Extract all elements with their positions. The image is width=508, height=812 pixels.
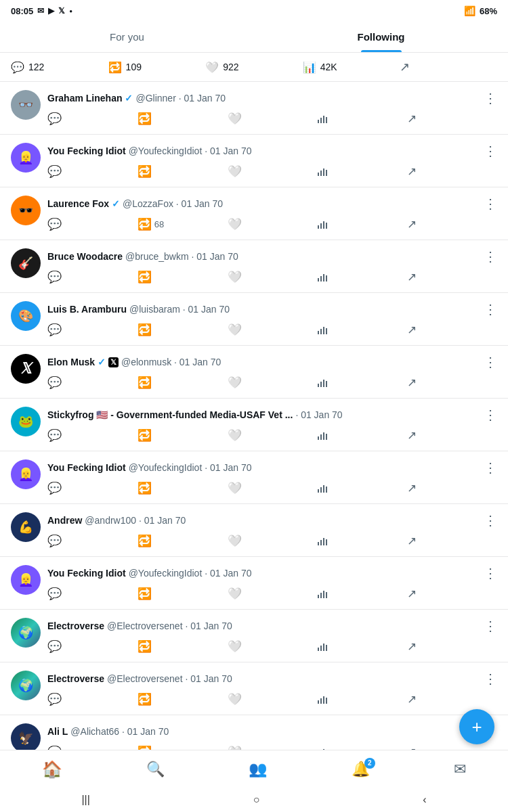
views-button[interactable]	[317, 325, 407, 335]
like-button[interactable]: 🤍	[228, 217, 318, 231]
retweet-button[interactable]: 🔁	[137, 164, 228, 179]
views-button[interactable]	[317, 114, 407, 124]
like-button[interactable]: 🤍	[228, 323, 318, 337]
tweet-more-button[interactable]: ⋮	[484, 618, 497, 634]
reply-button[interactable]: 💬	[47, 217, 137, 231]
share-button[interactable]: ↗	[407, 323, 497, 337]
tweet-item[interactable]: 👱‍♀️You Fecking Idiot@YoufeckingIdiot · …	[0, 135, 508, 187]
tweet-item[interactable]: 👱‍♀️You Fecking Idiot@YoufeckingIdiot · …	[0, 451, 508, 504]
like-stat[interactable]: 🤍 922	[205, 61, 303, 74]
share-button[interactable]: ↗	[407, 692, 497, 706]
views-button[interactable]	[317, 431, 407, 441]
retweet-stat[interactable]: 🔁 109	[108, 61, 206, 74]
views-button[interactable]	[317, 167, 407, 177]
views-button[interactable]	[317, 695, 407, 704]
share-button[interactable]: ↗	[407, 481, 497, 495]
tweet-more-button[interactable]: ⋮	[484, 354, 497, 370]
views-button[interactable]	[317, 484, 407, 493]
tweet-item[interactable]: 🎸Bruce Woodacre@bruce_bwkm · 01 Jan 70⋮💬…	[0, 240, 508, 293]
nav-home[interactable]: 🏠	[42, 760, 62, 779]
tab-following[interactable]: Following	[254, 22, 508, 52]
views-button[interactable]	[317, 273, 407, 282]
compose-button[interactable]: +	[459, 709, 494, 744]
nav-communities[interactable]: 👥	[249, 761, 267, 778]
nav-messages[interactable]: ✉	[454, 761, 466, 778]
tweet-item[interactable]: 🎨Luis B. Aramburu@luisbaram · 01 Jan 70⋮…	[0, 293, 508, 346]
like-button[interactable]: 🤍	[228, 481, 318, 495]
reply-button[interactable]: 💬	[47, 481, 137, 495]
nav-search[interactable]: 🔍	[146, 761, 165, 778]
nav-notifications[interactable]: 🔔 2	[352, 761, 370, 778]
retweet-button[interactable]: 🔁	[137, 639, 228, 654]
tweet-item[interactable]: 𝕏Elon Musk✓𝕏@elonmusk · 01 Jan 70⋮💬🔁🤍↗	[0, 346, 508, 399]
tweet-more-button[interactable]: ⋮	[484, 671, 497, 687]
retweet-button[interactable]: 🔁	[137, 481, 228, 495]
retweet-button[interactable]: 🔁	[137, 587, 228, 601]
tweet-item[interactable]: 🕶️Laurence Fox✓@LozzaFox · 01 Jan 70⋮💬🔁6…	[0, 187, 508, 240]
tweet-item[interactable]: 🐸Stickyfrog 🇺🇸 - Government-funded Media…	[0, 399, 508, 451]
android-recent-button[interactable]: |||	[81, 794, 89, 806]
reply-button[interactable]: 💬	[47, 376, 137, 390]
tweet-more-button[interactable]: ⋮	[484, 196, 497, 212]
retweet-button[interactable]: 🔁68	[137, 217, 228, 231]
views-button[interactable]	[317, 642, 407, 652]
tweet-more-button[interactable]: ⋮	[484, 512, 497, 528]
reply-button[interactable]: 💬	[47, 534, 137, 548]
reply-button[interactable]: 💬	[47, 692, 137, 706]
tweet-more-button[interactable]: ⋮	[484, 248, 497, 265]
share-button[interactable]: ↗	[407, 587, 497, 601]
like-button[interactable]: 🤍	[228, 587, 318, 601]
reply-button[interactable]: 💬	[47, 587, 137, 601]
share-button[interactable]: ↗	[407, 112, 497, 126]
tweet-more-button[interactable]: ⋮	[484, 301, 497, 317]
views-button[interactable]	[317, 537, 407, 546]
share-button[interactable]: ↗	[407, 639, 497, 654]
share-button[interactable]: ↗	[407, 217, 497, 231]
like-button[interactable]: 🤍	[228, 534, 318, 548]
like-button[interactable]: 🤍	[228, 428, 318, 443]
retweet-button[interactable]: 🔁	[137, 112, 228, 126]
retweet-button[interactable]: 🔁	[137, 692, 228, 706]
tab-for-you[interactable]: For you	[0, 22, 254, 52]
share-stat[interactable]: ↗	[400, 60, 497, 74]
tweet-more-button[interactable]: ⋮	[484, 565, 497, 581]
views-button[interactable]	[317, 589, 407, 599]
like-button[interactable]: 🤍	[228, 270, 318, 284]
retweet-button[interactable]: 🔁	[137, 534, 228, 548]
tweet-item[interactable]: 👱‍♀️You Fecking Idiot@YoufeckingIdiot · …	[0, 557, 508, 610]
share-button[interactable]: ↗	[407, 376, 497, 390]
like-button[interactable]: 🤍	[228, 376, 318, 390]
tweet-item[interactable]: 🌍Electroverse@Electroversenet · 01 Jan 7…	[0, 662, 508, 715]
tweet-more-button[interactable]: ⋮	[484, 407, 497, 423]
share-button[interactable]: ↗	[407, 534, 497, 548]
like-button[interactable]: 🤍	[228, 692, 318, 706]
views-stat[interactable]: 📊 42K	[303, 61, 400, 74]
share-button[interactable]: ↗	[407, 428, 497, 443]
android-back-button[interactable]: ‹	[423, 794, 426, 806]
like-button[interactable]: 🤍	[228, 639, 318, 654]
retweet-button[interactable]: 🔁	[137, 428, 228, 443]
share-button[interactable]: ↗	[407, 270, 497, 284]
tweet-item[interactable]: 👓Graham Linehan✓@Glinner · 01 Jan 70⋮💬🔁🤍…	[0, 82, 508, 135]
reply-stat[interactable]: 💬 122	[11, 61, 108, 74]
reply-button[interactable]: 💬	[47, 270, 137, 284]
reply-button[interactable]: 💬	[47, 112, 137, 126]
tweet-item[interactable]: 🌍Electroverse@Electroversenet · 01 Jan 7…	[0, 610, 508, 662]
reply-button[interactable]: 💬	[47, 428, 137, 443]
reply-button[interactable]: 💬	[47, 164, 137, 179]
tweet-more-button[interactable]: ⋮	[484, 459, 497, 476]
views-button[interactable]	[317, 220, 407, 229]
android-home-button[interactable]: ○	[253, 794, 260, 806]
tweet-item[interactable]: 💪Andrew@andrw100 · 01 Jan 70⋮💬🔁🤍↗	[0, 504, 508, 557]
like-button[interactable]: 🤍	[228, 112, 318, 126]
retweet-button[interactable]: 🔁	[137, 323, 228, 337]
reply-button[interactable]: 💬	[47, 323, 137, 337]
retweet-button[interactable]: 🔁	[137, 270, 228, 284]
reply-button[interactable]: 💬	[47, 639, 137, 654]
views-button[interactable]	[317, 378, 407, 388]
like-button[interactable]: 🤍	[228, 164, 318, 179]
tweet-more-button[interactable]: ⋮	[484, 90, 497, 106]
tweet-more-button[interactable]: ⋮	[484, 143, 497, 159]
retweet-button[interactable]: 🔁	[137, 376, 228, 390]
share-button[interactable]: ↗	[407, 164, 497, 179]
